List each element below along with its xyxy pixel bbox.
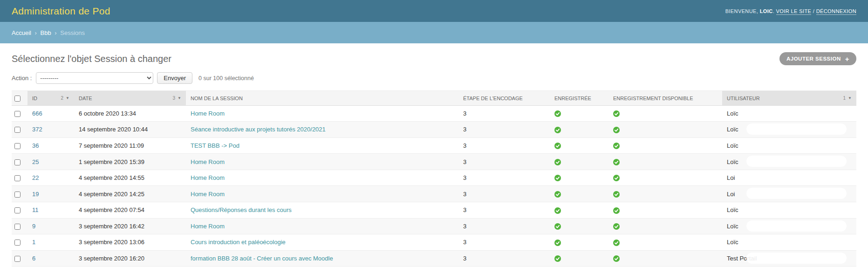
row-checkbox[interactable]: [14, 175, 21, 181]
session-user-cell: Loïc: [722, 122, 856, 138]
sessions-table-body: 666 6 octobre 2020 13:34 Home Room 3: [12, 105, 856, 267]
session-name-link[interactable]: Questions/Réponses durant les cours: [191, 206, 292, 213]
row-checkbox[interactable]: [14, 159, 21, 165]
available-cell: [608, 122, 722, 138]
links-separator: /: [813, 8, 814, 14]
action-select[interactable]: ---------: [36, 72, 153, 84]
recorded-cell: [550, 137, 608, 154]
row-select-cell: [12, 137, 27, 154]
row-checkbox[interactable]: [14, 256, 21, 262]
sort-indicator[interactable]: 2 ▼: [61, 96, 69, 101]
column-header-recording-available[interactable]: ENREGISTREMENT DISPONIBLE: [608, 91, 722, 106]
session-id-link[interactable]: 25: [32, 158, 39, 165]
session-id-link[interactable]: 36: [32, 142, 39, 149]
column-header-date[interactable]: DATE 3 ▼: [74, 91, 186, 106]
session-user: Loïc: [727, 142, 738, 149]
sort-indicator[interactable]: 3 ▼: [173, 96, 181, 101]
available-cell: [608, 218, 722, 234]
encoding-step: 3: [458, 234, 550, 251]
available-cell: [608, 234, 722, 251]
row-checkbox[interactable]: [14, 127, 21, 133]
sort-indicator[interactable]: 1 ▼: [843, 96, 852, 101]
check-circle-icon: [613, 143, 620, 149]
session-id-cell: 11: [27, 202, 74, 218]
column-header-session-name[interactable]: NOM DE LA SESSION: [186, 91, 458, 106]
session-name-link[interactable]: TEST BBB -> Pod: [191, 142, 239, 149]
available-cell: [608, 154, 722, 170]
page-title: Sélectionnez l'objet Session à changer: [12, 54, 171, 64]
session-id-link[interactable]: 1: [32, 239, 35, 246]
session-date: 4 septembre 2020 14:55: [74, 170, 186, 186]
table-row: 1 3 septembre 2020 13:06 Cours introduct…: [12, 234, 856, 251]
check-circle-icon: [554, 255, 561, 262]
session-name-link[interactable]: Home Room: [191, 158, 225, 165]
username: LOIC: [760, 8, 773, 14]
session-id-link[interactable]: 6: [32, 255, 35, 262]
session-user-cell: Loi: [722, 186, 856, 202]
session-name-link[interactable]: Home Room: [191, 191, 225, 198]
session-id-link[interactable]: 22: [32, 174, 39, 181]
row-select-cell: [12, 250, 27, 267]
check-circle-icon: [554, 143, 561, 149]
session-id-cell: 1: [27, 234, 74, 251]
session-id-cell: 25: [27, 154, 74, 170]
recorded-cell: [550, 218, 608, 234]
session-name-link[interactable]: Home Room: [191, 110, 225, 117]
column-label: ENREGISTRÉE: [554, 96, 591, 101]
session-id-link[interactable]: 9: [32, 223, 35, 230]
table-row: 19 4 septembre 2020 14:25 Home Room 3: [12, 186, 856, 202]
check-circle-icon: [554, 191, 561, 198]
row-checkbox[interactable]: [14, 111, 21, 117]
column-header-encoding-step[interactable]: ÉTAPE DE L'ENCODAGE: [458, 91, 550, 106]
logout-link[interactable]: DÉCONNEXION: [816, 8, 856, 15]
encoding-step: 3: [458, 105, 550, 122]
encoding-step: 3: [458, 218, 550, 234]
row-checkbox[interactable]: [14, 240, 21, 246]
column-header-recorded[interactable]: ENREGISTRÉE: [550, 91, 608, 106]
redaction-overlay: [746, 220, 847, 232]
user-tools: BIENVENUE, LOIC. VOIR LE SITE / DÉCONNEX…: [725, 8, 856, 14]
session-name-cell: Séance introductive aux projets tutorés …: [186, 122, 458, 138]
session-date: 3 septembre 2020 16:42: [74, 218, 186, 234]
send-button[interactable]: Envoyer: [157, 72, 192, 84]
session-name-cell: Home Room: [186, 154, 458, 170]
session-user-cell: Loïc: [722, 105, 856, 122]
site-title-link[interactable]: Administration de Pod: [12, 6, 110, 17]
session-id-link[interactable]: 11: [32, 206, 39, 213]
row-checkbox[interactable]: [14, 224, 21, 230]
row-select-cell: [12, 234, 27, 251]
session-name-link[interactable]: Séance introductive aux projets tutorés …: [191, 126, 326, 133]
row-checkbox[interactable]: [14, 143, 21, 149]
session-date: 3 septembre 2020 16:20: [74, 250, 186, 267]
session-id-link[interactable]: 372: [32, 126, 42, 133]
select-all-checkbox[interactable]: [14, 96, 21, 102]
column-header-id[interactable]: ID 2 ▼: [27, 91, 74, 106]
session-name-link[interactable]: Cours introduction et paléoécologie: [191, 239, 286, 246]
add-session-button[interactable]: AJOUTER SESSION +: [779, 52, 856, 65]
check-circle-icon: [613, 127, 620, 133]
django-admin-page: { "header": { "site_title": "Administrat…: [0, 0, 868, 267]
row-checkbox[interactable]: [14, 192, 21, 198]
session-user-cell: Loïc: [722, 154, 856, 170]
session-name-cell: Home Room: [186, 170, 458, 186]
session-name-link[interactable]: Home Room: [191, 174, 225, 181]
check-circle-icon: [554, 207, 561, 214]
row-checkbox[interactable]: [14, 207, 21, 213]
session-user: Loïc: [727, 206, 738, 213]
session-date: 14 septembre 2020 10:44: [74, 122, 186, 138]
session-id-link[interactable]: 19: [32, 191, 39, 198]
view-site-link[interactable]: VOIR LE SITE: [776, 8, 812, 15]
action-label: Action :: [12, 75, 32, 82]
session-name-link[interactable]: Home Room: [191, 223, 225, 230]
column-header-user[interactable]: UTILISATEUR 1 ▼: [722, 91, 856, 106]
check-circle-icon: [613, 191, 620, 198]
breadcrumb-home-link[interactable]: Accueil: [12, 29, 31, 36]
breadcrumb-bbb-link[interactable]: Bbb: [41, 29, 51, 36]
session-name-link[interactable]: formation BBB 28 août - Créer un cours a…: [191, 255, 333, 262]
add-session-label: AJOUTER SESSION: [786, 56, 841, 62]
recorded-cell: [550, 170, 608, 186]
session-id-link[interactable]: 666: [32, 110, 42, 117]
redaction-overlay: [746, 123, 847, 135]
table-row: 372 14 septembre 2020 10:44 Séance intro…: [12, 122, 856, 138]
session-date: 7 septembre 2020 11:09: [74, 137, 186, 154]
